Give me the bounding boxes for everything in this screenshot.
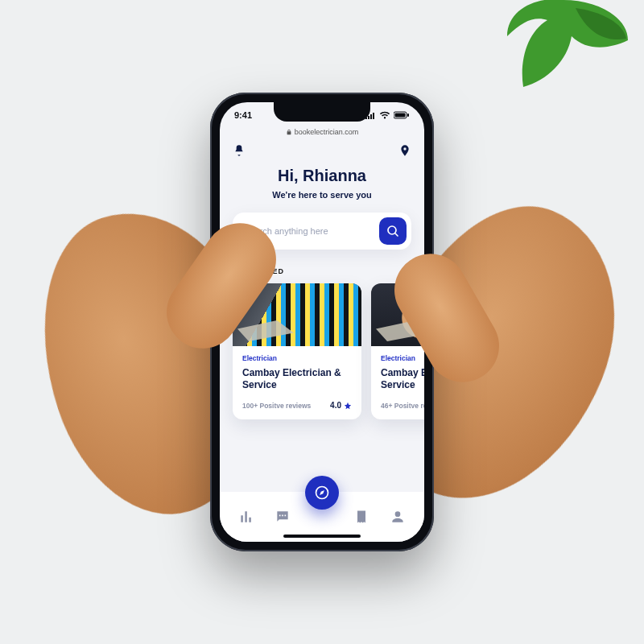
nav-chat[interactable] — [268, 509, 297, 525]
star-icon — [344, 402, 352, 410]
greeting-subtitle: We're here to serve you — [233, 190, 411, 200]
search-icon — [386, 225, 399, 237]
home-indicator — [283, 535, 361, 538]
service-card-category: Electrician — [381, 354, 424, 362]
service-card-reviews: 100+ Positve reviews — [242, 402, 311, 410]
chat-icon — [275, 509, 291, 525]
nav-stats[interactable] — [232, 509, 261, 525]
service-card-rating: 4.0 — [330, 401, 352, 410]
receipt-icon — [353, 509, 369, 525]
location-button[interactable] — [398, 144, 411, 160]
bar-chart-icon — [238, 509, 254, 525]
person-icon — [390, 509, 406, 525]
nav-bookings[interactable] — [347, 509, 376, 525]
service-card-title: Cambay Electrician & Service — [381, 367, 424, 391]
battery-icon — [394, 111, 410, 119]
phone-frame: 9:41 bookelectrician.com Hi, Rhianna — [210, 93, 434, 551]
location-pin-icon — [398, 144, 411, 157]
phone-screen: 9:41 bookelectrician.com Hi, Rhianna — [220, 102, 424, 542]
suggested-cards[interactable]: Electrician Cambay Electrician & Service… — [233, 283, 411, 419]
bottom-nav — [220, 492, 424, 542]
nav-explore-fab[interactable] — [305, 476, 339, 510]
svg-rect-2 — [407, 114, 409, 117]
decorative-leaf — [499, 0, 628, 89]
svg-rect-1 — [395, 114, 406, 118]
notifications-button[interactable] — [233, 144, 246, 160]
lock-icon — [286, 129, 292, 135]
service-card-reviews: 46+ Positve reviews — [381, 402, 424, 410]
browser-url-text: bookelectrician.com — [295, 128, 359, 136]
wifi-icon — [379, 111, 390, 119]
nav-profile[interactable] — [383, 509, 412, 525]
service-card-category: Electrician — [242, 354, 352, 362]
status-time: 9:41 — [234, 110, 252, 120]
phone-notch — [274, 102, 370, 122]
service-card-title: Cambay Electrician & Service — [242, 367, 352, 391]
search-button[interactable] — [379, 217, 407, 245]
greeting-title: Hi, Rhianna — [233, 167, 411, 185]
compass-icon — [314, 485, 330, 501]
bell-icon — [233, 144, 246, 157]
browser-url-bar[interactable]: bookelectrician.com — [220, 128, 424, 139]
